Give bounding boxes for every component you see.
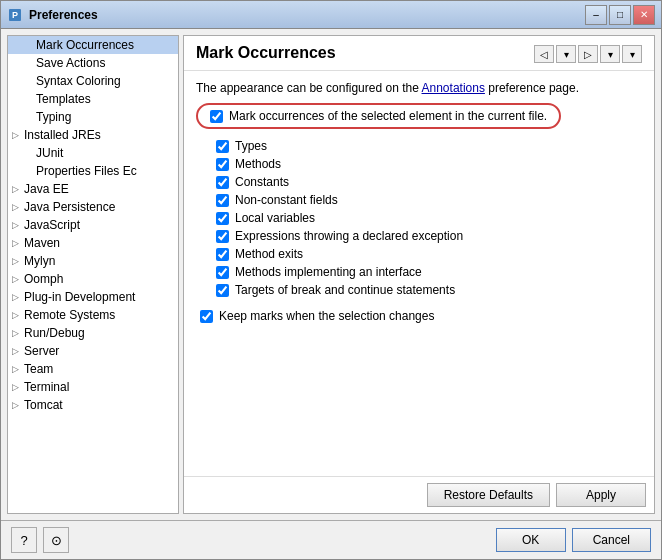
title-bar: P Preferences – □ ✕ [1,1,661,29]
menu-button[interactable]: ▾ [622,45,642,63]
checkbox-row-types: Types [196,139,642,153]
checkboxes-container: TypesMethodsConstantsNon-constant fields… [196,139,642,297]
expand-arrow-remote-systems: ▷ [12,310,22,320]
sidebar-label-run-debug: Run/Debug [24,326,85,340]
cancel-button[interactable]: Cancel [572,528,651,552]
sidebar-label-team: Team [24,362,53,376]
info-button[interactable]: ⊙ [43,527,69,553]
sidebar-item-mark-occurrences[interactable]: Mark Occurrences [8,36,178,54]
checkbox-method-exits[interactable] [216,248,229,261]
sidebar-label-tomcat: Tomcat [24,398,63,412]
sidebar-item-javascript[interactable]: ▷JavaScript [8,216,178,234]
checkbox-label-methods[interactable]: Methods [235,157,281,171]
expand-arrow-maven: ▷ [12,238,22,248]
sidebar-item-installed-jres[interactable]: ▷Installed JREs [8,126,178,144]
sidebar-label-javascript: JavaScript [24,218,80,232]
sidebar-label-oomph: Oomph [24,272,63,286]
dialog-bottom-buttons: OK Cancel [496,528,651,552]
expand-arrow-java-persistence: ▷ [12,202,22,212]
mark-occurrences-checkbox[interactable] [210,110,223,123]
sidebar-item-save-actions[interactable]: Save Actions [8,54,178,72]
sidebar-item-junit[interactable]: JUnit [8,144,178,162]
sidebar-item-oomph[interactable]: ▷Oomph [8,270,178,288]
sidebar-label-terminal: Terminal [24,380,69,394]
checkbox-label-non-constant-fields[interactable]: Non-constant fields [235,193,338,207]
close-button[interactable]: ✕ [633,5,655,25]
tree-panel: Mark OccurrencesSave ActionsSyntax Color… [7,35,179,514]
sidebar-item-team[interactable]: ▷Team [8,360,178,378]
sidebar-item-typing[interactable]: Typing [8,108,178,126]
checkbox-label-types[interactable]: Types [235,139,267,153]
restore-defaults-button[interactable]: Restore Defaults [427,483,550,507]
dialog-bottom-icons: ? ⊙ [11,527,69,553]
checkbox-label-targets-break[interactable]: Targets of break and continue statements [235,283,455,297]
sidebar-item-remote-systems[interactable]: ▷Remote Systems [8,306,178,324]
detail-panel: Mark Occurrences ◁ ▾ ▷ ▾ ▾ The appearanc… [183,35,655,514]
sidebar-item-templates[interactable]: Templates [8,90,178,108]
expand-arrow-installed-jres: ▷ [12,130,22,140]
sidebar-item-mylyn[interactable]: ▷Mylyn [8,252,178,270]
back-dropdown-button[interactable]: ▾ [556,45,576,63]
sidebar-label-templates: Templates [36,92,91,106]
mark-occurrences-box: Mark occurrences of the selected element… [196,103,561,129]
checkbox-label-constants[interactable]: Constants [235,175,289,189]
sidebar-label-plug-in-development: Plug-in Development [24,290,135,304]
checkbox-label-methods-implementing[interactable]: Methods implementing an interface [235,265,422,279]
checkbox-label-local-variables[interactable]: Local variables [235,211,315,225]
checkbox-row-methods: Methods [196,157,642,171]
forward-dropdown-button[interactable]: ▾ [600,45,620,63]
back-button[interactable]: ◁ [534,45,554,63]
checkbox-row-methods-implementing: Methods implementing an interface [196,265,642,279]
expand-arrow-plug-in-development: ▷ [12,292,22,302]
sidebar-label-maven: Maven [24,236,60,250]
expand-arrow-javascript: ▷ [12,220,22,230]
window-controls: – □ ✕ [585,5,655,25]
checkbox-methods[interactable] [216,158,229,171]
checkbox-non-constant-fields[interactable] [216,194,229,207]
window-icon: P [7,7,23,23]
sidebar-item-syntax-coloring[interactable]: Syntax Coloring [8,72,178,90]
checkbox-label-expressions-throwing[interactable]: Expressions throwing a declared exceptio… [235,229,463,243]
checkbox-targets-break[interactable] [216,284,229,297]
preferences-dialog: P Preferences – □ ✕ Mark OccurrencesSave… [0,0,662,560]
minimize-button[interactable]: – [585,5,607,25]
expand-arrow-terminal: ▷ [12,382,22,392]
sidebar-item-terminal[interactable]: ▷Terminal [8,378,178,396]
sidebar-item-server[interactable]: ▷Server [8,342,178,360]
checkbox-types[interactable] [216,140,229,153]
sidebar-item-run-debug[interactable]: ▷Run/Debug [8,324,178,342]
sidebar-label-java-persistence: Java Persistence [24,200,115,214]
checkbox-row-non-constant-fields: Non-constant fields [196,193,642,207]
keep-marks-checkbox[interactable] [200,310,213,323]
sidebar-item-java-ee[interactable]: ▷Java EE [8,180,178,198]
keep-marks-row: Keep marks when the selection changes [196,309,642,323]
ok-button[interactable]: OK [496,528,566,552]
window-title: Preferences [29,8,585,22]
checkbox-row-expressions-throwing: Expressions throwing a declared exceptio… [196,229,642,243]
bottom-buttons-area: Restore Defaults Apply [184,476,654,513]
expand-arrow-mylyn: ▷ [12,256,22,266]
maximize-button[interactable]: □ [609,5,631,25]
sidebar-label-junit: JUnit [36,146,63,160]
help-button[interactable]: ? [11,527,37,553]
keep-marks-label[interactable]: Keep marks when the selection changes [219,309,434,323]
dialog-bottom: ? ⊙ OK Cancel [1,520,661,559]
forward-button[interactable]: ▷ [578,45,598,63]
checkbox-local-variables[interactable] [216,212,229,225]
checkbox-constants[interactable] [216,176,229,189]
description-text: The appearance can be configured on the … [196,81,642,95]
checkbox-methods-implementing[interactable] [216,266,229,279]
mark-occurrences-label[interactable]: Mark occurrences of the selected element… [229,109,547,123]
sidebar-item-tomcat[interactable]: ▷Tomcat [8,396,178,414]
sidebar-item-properties-files[interactable]: Properties Files Ec [8,162,178,180]
sidebar-item-maven[interactable]: ▷Maven [8,234,178,252]
sidebar-label-syntax-coloring: Syntax Coloring [36,74,121,88]
sidebar-item-plug-in-development[interactable]: ▷Plug-in Development [8,288,178,306]
checkbox-label-method-exits[interactable]: Method exits [235,247,303,261]
annotations-link[interactable]: Annotations [422,81,485,95]
checkbox-row-targets-break: Targets of break and continue statements [196,283,642,297]
svg-text:P: P [12,10,18,20]
sidebar-item-java-persistence[interactable]: ▷Java Persistence [8,198,178,216]
checkbox-expressions-throwing[interactable] [216,230,229,243]
apply-button[interactable]: Apply [556,483,646,507]
